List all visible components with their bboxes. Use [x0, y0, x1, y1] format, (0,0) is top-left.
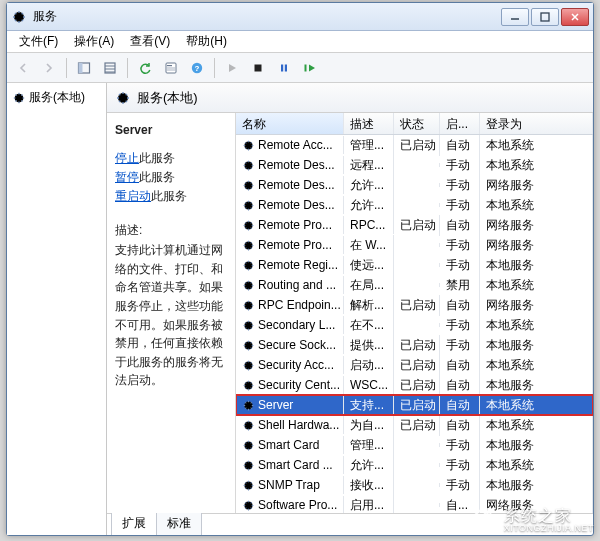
tree-pane[interactable]: 服务(本地) — [7, 83, 107, 535]
col-logon[interactable]: 登录为 — [480, 113, 593, 134]
service-logon: 本地系统 — [480, 195, 593, 216]
gear-icon — [242, 399, 255, 412]
titlebar[interactable]: 服务 — [7, 3, 593, 31]
service-row[interactable]: SNMP Trap接收...手动本地服务 — [236, 475, 593, 495]
service-desc: WSC... — [344, 376, 394, 394]
refresh-button[interactable] — [133, 56, 157, 80]
service-row[interactable]: Remote Des...允许...手动网络服务 — [236, 175, 593, 195]
service-start: 自动 — [440, 215, 480, 236]
service-row[interactable]: RPC Endpoin...解析...已启动自动网络服务 — [236, 295, 593, 315]
service-row[interactable]: Smart Card管理...手动本地服务 — [236, 435, 593, 455]
service-row[interactable]: Secure Sock...提供...已启动手动本地服务 — [236, 335, 593, 355]
service-row[interactable]: Server支持...已启动自动本地系统 — [236, 395, 593, 415]
service-start: 手动 — [440, 335, 480, 356]
service-name: Remote Acc... — [258, 138, 333, 152]
menu-help[interactable]: 帮助(H) — [178, 31, 235, 52]
gear-icon — [242, 319, 255, 332]
service-row[interactable]: Remote Des...允许...手动本地系统 — [236, 195, 593, 215]
list-header: 名称 描述 状态 启... 登录为 — [236, 113, 593, 135]
forward-button[interactable] — [37, 56, 61, 80]
service-start: 手动 — [440, 455, 480, 476]
service-logon: 本地系统 — [480, 135, 593, 156]
service-row[interactable]: Routing and ...在局...禁用本地系统 — [236, 275, 593, 295]
service-desc: 接收... — [344, 475, 394, 496]
service-row[interactable]: Remote Des...远程...手动本地系统 — [236, 155, 593, 175]
help-button[interactable]: ? — [185, 56, 209, 80]
service-row[interactable]: Remote Pro...RPC...已启动自动网络服务 — [236, 215, 593, 235]
service-logon: 本地服务 — [480, 375, 593, 396]
service-row[interactable]: Software Pro...启用...自...网络服务 — [236, 495, 593, 513]
service-logon: 本地系统 — [480, 395, 593, 416]
service-desc: 允许... — [344, 455, 394, 476]
service-name: Server — [258, 398, 293, 412]
svg-rect-12 — [255, 64, 262, 71]
svg-rect-9 — [167, 69, 175, 70]
service-desc: 允许... — [344, 175, 394, 196]
close-button[interactable] — [561, 8, 589, 26]
show-hide-tree-button[interactable] — [72, 56, 96, 80]
service-logon: 网络服务 — [480, 295, 593, 316]
gear-icon — [242, 199, 255, 212]
service-name: Remote Pro... — [258, 218, 332, 232]
menu-action[interactable]: 操作(A) — [66, 31, 122, 52]
service-row[interactable]: Remote Acc...管理...已启动自动本地系统 — [236, 135, 593, 155]
maximize-button[interactable] — [531, 8, 559, 26]
gear-icon — [242, 279, 255, 292]
list-body[interactable]: Remote Acc...管理...已启动自动本地系统Remote Des...… — [236, 135, 593, 513]
service-logon: 本地系统 — [480, 315, 593, 336]
service-row[interactable]: Smart Card ...允许...手动本地系统 — [236, 455, 593, 475]
stop-service-button[interactable] — [246, 56, 270, 80]
restart-link[interactable]: 重启动 — [115, 189, 151, 203]
menubar: 文件(F) 操作(A) 查看(V) 帮助(H) — [7, 31, 593, 53]
service-logon: 本地服务 — [480, 335, 593, 356]
pause-service-button[interactable] — [272, 56, 296, 80]
service-name: Smart Card ... — [258, 458, 333, 472]
menu-view[interactable]: 查看(V) — [122, 31, 178, 52]
service-name: Remote Pro... — [258, 238, 332, 252]
restart-service-button[interactable] — [298, 56, 322, 80]
tab-standard[interactable]: 标准 — [156, 513, 202, 535]
gear-icon — [242, 439, 255, 452]
col-desc[interactable]: 描述 — [344, 113, 394, 134]
minimize-button[interactable] — [501, 8, 529, 26]
service-row[interactable]: Shell Hardwa...为自...已启动自动本地系统 — [236, 415, 593, 435]
service-status: 已启动 — [394, 215, 440, 236]
svg-rect-2 — [541, 13, 549, 21]
service-row[interactable]: Secondary L...在不...手动本地系统 — [236, 315, 593, 335]
service-row[interactable]: Security Cent...WSC...已启动自动本地服务 — [236, 375, 593, 395]
service-start: 自动 — [440, 295, 480, 316]
col-name[interactable]: 名称 — [236, 113, 344, 134]
tab-extended[interactable]: 扩展 — [111, 513, 157, 535]
service-row[interactable]: Security Acc...启动...已启动自动本地系统 — [236, 355, 593, 375]
svg-rect-13 — [281, 64, 283, 71]
service-name: Smart Card — [258, 438, 319, 452]
svg-rect-4 — [79, 63, 83, 73]
col-start[interactable]: 启... — [440, 113, 480, 134]
service-desc: 远程... — [344, 155, 394, 176]
service-logon: 本地服务 — [480, 435, 593, 456]
tree-root-item[interactable]: 服务(本地) — [9, 87, 104, 108]
stop-link[interactable]: 停止 — [115, 151, 139, 165]
service-name: SNMP Trap — [258, 478, 320, 492]
tree-root-label: 服务(本地) — [29, 89, 85, 106]
svg-rect-14 — [285, 64, 287, 71]
start-service-button[interactable] — [220, 56, 244, 80]
content-pane: 服务(本地) Server 停止此服务 暂停此服务 重启动此服务 描述: 支持此… — [107, 83, 593, 535]
back-button[interactable] — [11, 56, 35, 80]
service-desc: 在不... — [344, 315, 394, 336]
service-desc: 管理... — [344, 435, 394, 456]
properties-button[interactable] — [159, 56, 183, 80]
list-pane: 名称 描述 状态 启... 登录为 Remote Acc...管理...已启动自… — [235, 113, 593, 513]
service-row[interactable]: Remote Regi...使远...手动本地服务 — [236, 255, 593, 275]
pause-link[interactable]: 暂停 — [115, 170, 139, 184]
detail-pane: Server 停止此服务 暂停此服务 重启动此服务 描述: 支持此计算机通过网络… — [107, 113, 235, 513]
service-logon: 本地系统 — [480, 355, 593, 376]
service-start: 手动 — [440, 475, 480, 496]
menu-file[interactable]: 文件(F) — [11, 31, 66, 52]
col-status[interactable]: 状态 — [394, 113, 440, 134]
service-start: 自动 — [440, 135, 480, 156]
service-row[interactable]: Remote Pro...在 W...手动网络服务 — [236, 235, 593, 255]
toolbar: ? — [7, 53, 593, 83]
service-start: 自... — [440, 495, 480, 514]
export-list-button[interactable] — [98, 56, 122, 80]
